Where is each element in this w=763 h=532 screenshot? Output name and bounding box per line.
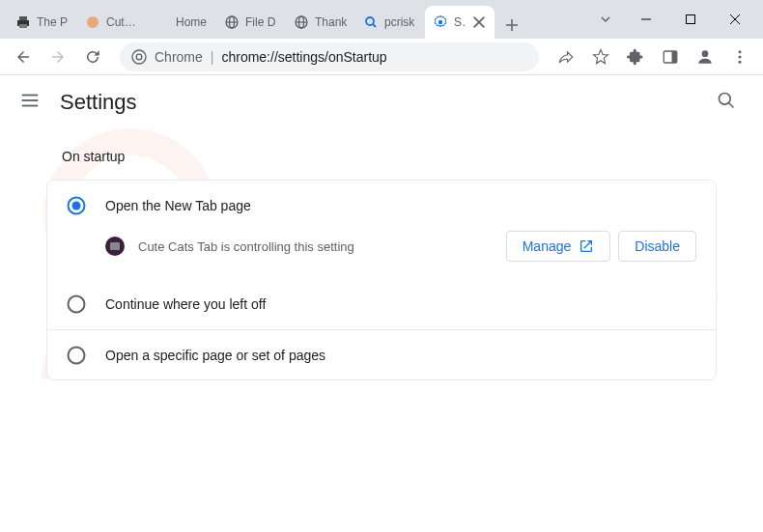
browser-tab[interactable]: File D xyxy=(216,6,286,39)
page-title: Settings xyxy=(60,90,137,115)
new-tab-button[interactable] xyxy=(498,12,525,39)
globe-icon xyxy=(224,14,240,30)
option-label: Continue where you left off xyxy=(105,296,266,312)
window-controls xyxy=(587,0,763,39)
tab-title: The P xyxy=(37,15,70,29)
svg-point-21 xyxy=(132,50,146,64)
extensions-button[interactable] xyxy=(620,42,651,72)
browser-tab[interactable]: Thank xyxy=(286,6,355,39)
option-new-tab[interactable]: Open the New Tab page xyxy=(47,181,716,231)
disable-label: Disable xyxy=(635,238,680,254)
option-specific-pages[interactable]: Open a specific page or set of pages xyxy=(47,329,716,379)
svg-line-33 xyxy=(729,103,734,108)
svg-point-10 xyxy=(366,17,374,25)
settings-page: pcrisk.com Settings On startup Open the … xyxy=(0,75,763,532)
side-panel-button[interactable] xyxy=(655,42,686,72)
url-path: chrome://settings/onStartup xyxy=(221,49,386,65)
profile-button[interactable] xyxy=(690,42,721,72)
extension-icon xyxy=(105,237,125,256)
svg-point-28 xyxy=(739,60,742,63)
settings-icon xyxy=(433,14,448,30)
manage-button[interactable]: Manage xyxy=(506,231,611,262)
option-continue[interactable]: Continue where you left off xyxy=(47,279,716,329)
open-external-icon xyxy=(579,238,594,254)
url-separator: | xyxy=(211,49,214,65)
printer-icon xyxy=(15,14,31,30)
browser-tab[interactable]: pcrisk xyxy=(355,6,425,39)
menu-button[interactable] xyxy=(724,42,755,72)
svg-point-32 xyxy=(720,94,731,105)
bookmark-button[interactable] xyxy=(585,42,616,72)
svg-point-3 xyxy=(87,16,99,28)
startup-options-card: Open the New Tab page Cute Cats Tab is c… xyxy=(46,180,717,380)
disable-button[interactable]: Disable xyxy=(618,231,696,262)
minimize-button[interactable] xyxy=(624,4,668,35)
browser-tab[interactable]: Home xyxy=(147,6,216,39)
option-label: Open the New Tab page xyxy=(105,198,251,213)
hamburger-icon[interactable] xyxy=(19,90,41,115)
tab-title: pcrisk xyxy=(384,15,417,29)
radio-unselected-icon[interactable] xyxy=(67,346,86,365)
svg-point-22 xyxy=(136,54,142,60)
tab-title: Se xyxy=(454,15,466,29)
svg-point-36 xyxy=(69,296,85,313)
svg-rect-24 xyxy=(672,51,677,63)
option-label: Open a specific page or set of pages xyxy=(105,348,325,363)
radio-unselected-icon[interactable] xyxy=(67,294,86,314)
svg-point-27 xyxy=(739,55,742,58)
back-button[interactable] xyxy=(8,42,39,72)
maximize-button[interactable] xyxy=(668,4,713,35)
address-bar[interactable]: Chrome | chrome://settings/onStartup xyxy=(120,42,539,71)
settings-body: On startup Open the New Tab page Cute Ca… xyxy=(0,129,763,380)
tab-title: Cute C xyxy=(106,15,139,29)
reload-button[interactable] xyxy=(77,42,108,72)
cute-icon xyxy=(85,14,100,30)
url-prefix: Chrome xyxy=(155,49,203,65)
forward-button[interactable] xyxy=(42,42,73,72)
browser-tab[interactable]: Cute C xyxy=(77,6,147,39)
svg-point-25 xyxy=(702,50,709,57)
search-button[interactable] xyxy=(709,83,744,122)
extension-controlled-notice: Cute Cats Tab is controlling this settin… xyxy=(47,231,716,279)
tab-title: Thank xyxy=(315,15,348,29)
controlled-text: Cute Cats Tab is controlling this settin… xyxy=(138,239,493,254)
svg-point-37 xyxy=(69,347,85,363)
chrome-icon xyxy=(131,49,147,65)
browser-toolbar: Chrome | chrome://settings/onStartup xyxy=(0,39,763,75)
tab-title: Home xyxy=(176,15,209,29)
svg-point-35 xyxy=(72,202,81,210)
globe-icon xyxy=(294,14,309,30)
manage-label: Manage xyxy=(523,238,572,254)
svg-point-26 xyxy=(739,50,742,53)
svg-rect-2 xyxy=(19,24,27,28)
tab-title: File D xyxy=(245,15,278,29)
share-button[interactable] xyxy=(551,42,581,72)
search-icon xyxy=(363,14,379,30)
section-title: On startup xyxy=(39,129,724,180)
svg-rect-18 xyxy=(687,15,695,24)
settings-header: Settings xyxy=(0,75,763,129)
browser-tab[interactable]: The P xyxy=(8,6,77,39)
svg-line-11 xyxy=(373,24,376,27)
window-titlebar: The P Cute C Home File D Thank pcrisk Se xyxy=(0,0,763,39)
close-icon[interactable] xyxy=(471,14,487,30)
chevron-down-icon[interactable] xyxy=(587,4,624,35)
svg-rect-1 xyxy=(19,16,27,20)
radio-selected-icon[interactable] xyxy=(67,196,86,215)
browser-tabs: The P Cute C Home File D Thank pcrisk Se xyxy=(0,6,587,39)
browser-tab-active[interactable]: Se xyxy=(425,6,495,39)
svg-point-12 xyxy=(438,20,442,24)
close-window-button[interactable] xyxy=(713,4,757,35)
blank-icon xyxy=(155,14,170,30)
